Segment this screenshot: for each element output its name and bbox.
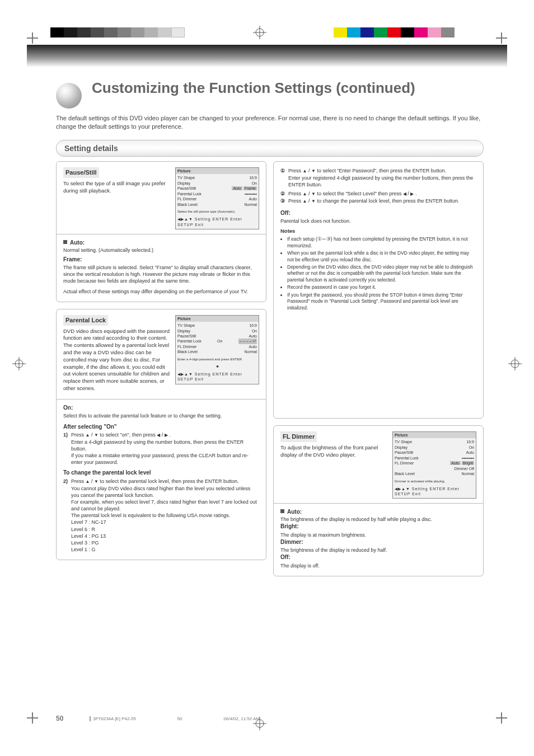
setting-name: Auto: (287, 509, 302, 515)
osd-row-label: Pause/Still (395, 450, 413, 455)
osd-row-label: Black Level (177, 202, 198, 207)
osd-row-value: ••••••••• (462, 456, 474, 461)
osd-help: Enter a 4-digit password and press ENTER… (176, 356, 259, 363)
registration-mark-icon (508, 357, 522, 370)
osd-row-value: 16:9 (249, 175, 257, 180)
level-label: Level 3 : (71, 540, 90, 546)
osd-row-label: Black Level (177, 349, 198, 354)
osd-row-option: Off (469, 467, 474, 471)
triangle-left-icon: ◀ (157, 433, 160, 438)
osd-row-option: Auto (450, 461, 460, 465)
note-item: If each setup (①∼③) has not been complet… (287, 236, 476, 249)
osd-row-value: Normal (461, 471, 474, 476)
osd-help: Dimmer is activated while playing. (393, 478, 476, 485)
setting-name: Off: (280, 209, 476, 217)
osd-row-option: – – – – ⏎ (238, 339, 257, 344)
osd-row-label: Parental Lock (177, 339, 202, 344)
panel-parental-lock-continued: ①Press ▲ / ▼ to select "Enter Password",… (273, 161, 484, 419)
sphere-bullet-icon (56, 83, 82, 109)
osd-row-value: ••••••••• (245, 191, 257, 196)
osd-row-label: Display (395, 445, 407, 450)
panel-pause-still: Pause/Still To select the type of a stil… (56, 161, 266, 302)
crop-mark-icon (490, 27, 507, 44)
osd-row-option: Frame (243, 186, 257, 190)
setting-desc: The display is off. (280, 562, 476, 569)
page-title: Customizing the Function Settings (conti… (92, 79, 415, 97)
osd-screenshot: Picture TV Shape16:9 DisplayOn Pause/Sti… (392, 431, 476, 499)
osd-row-label: Pause/Still (177, 186, 196, 191)
osd-row-value: Auto (249, 334, 257, 339)
osd-row-option: Auto (232, 186, 242, 190)
step-text: You cannot play DVD video discs rated hi… (63, 485, 259, 499)
square-bullet-icon (280, 509, 284, 513)
osd-row-value: On (252, 181, 257, 186)
osd-row-label: Display (177, 181, 190, 186)
option-title: FL Dimmer (280, 431, 317, 442)
osd-help: Select the still picture type (Automatic… (176, 208, 259, 215)
triangle-down-icon: ▼ (311, 191, 316, 196)
note-item: If you forget the password, you should p… (287, 292, 476, 311)
osd-row-option: Dimmer (454, 467, 468, 471)
level-value: G (92, 547, 96, 552)
setting-desc: Select this to activate the parental loc… (63, 412, 259, 419)
setting-name: Bright: (280, 523, 476, 530)
triangle-up-icon: ▲ (86, 433, 90, 438)
osd-screenshot: Picture TV Shape16:9 DisplayOn Pause/Sti… (175, 167, 259, 229)
setting-desc: The display is at maximum brightness. (280, 532, 476, 538)
osd-row-value: Auto (466, 450, 474, 455)
level-value: R (92, 527, 96, 532)
setting-desc: The brightness of the display is reduced… (280, 516, 476, 523)
osd-row-value: On (252, 328, 257, 334)
notes-heading: Notes (280, 228, 476, 235)
option-desc: To adjust the brightness of the front pa… (280, 444, 388, 459)
level-value: PG (92, 540, 99, 546)
page-subtitle: The default settings of this DVD video p… (56, 114, 484, 131)
section-banner: Setting details (56, 140, 484, 157)
level-label: Level 7 : (71, 519, 90, 525)
triangle-up-icon: ▲ (303, 199, 307, 204)
square-bullet-icon (63, 240, 67, 244)
osd-row-value: Normal (244, 349, 257, 354)
setting-name: Dimmer: (280, 538, 476, 546)
osd-row-label: TV Shape (395, 439, 412, 444)
osd-controls-hint: ◀▶▲▼ Setting ENTER Enter SETUP Exit (176, 215, 259, 229)
setting-desc: Parental lock does not function. (280, 218, 476, 224)
osd-row-value: Auto (249, 196, 257, 201)
osd-mask-icon: ✱ (176, 363, 259, 370)
osd-row-value: On (217, 339, 222, 344)
registration-mark-icon (12, 357, 26, 370)
osd-title: Picture (393, 432, 476, 438)
step-heading: To change the parental lock level (63, 469, 259, 477)
triangle-down-icon: ▼ (311, 168, 316, 173)
setting-name: Off: (280, 553, 476, 561)
osd-row-label: Parental Lock (177, 191, 202, 196)
footer: 3P70234A [E] P42-55 50 26/4/02, 11:52 AM (90, 716, 260, 721)
step-text: Enter your registered 4-digit password b… (280, 175, 476, 188)
level-label: Level 6 : (71, 527, 90, 532)
osd-row-option: Bright (462, 461, 474, 465)
osd-title: Picture (176, 316, 259, 322)
osd-row-label: Black Level (395, 471, 415, 476)
osd-row-label: Display (177, 328, 190, 334)
step-text: Enter a 4-digit password by using the nu… (63, 439, 259, 452)
setting-name: Auto: (70, 240, 85, 246)
triangle-up-icon: ▲ (303, 168, 307, 173)
setting-desc: The frame still picture is selected. Sel… (63, 264, 259, 284)
osd-row-value: 16:9 (466, 439, 474, 444)
osd-row-label: TV Shape (177, 175, 195, 180)
triangle-up-icon: ▲ (303, 191, 307, 196)
page-number: 50 (56, 715, 63, 722)
osd-row-value: Normal (244, 202, 257, 207)
step-heading: After selecting "On" (63, 423, 259, 431)
osd-row-label: FL Dimmer (177, 344, 196, 349)
step-text: For example, when you select level 7, di… (63, 499, 259, 512)
setting-desc: Normal setting. (Automatically selected.… (63, 247, 259, 253)
triangle-down-icon: ▼ (94, 479, 99, 484)
option-desc: To select the type of a still image you … (63, 180, 171, 195)
osd-row-value: 16:9 (249, 323, 257, 328)
crop-mark-icon (490, 712, 507, 729)
option-title: Parental Lock (63, 315, 108, 326)
level-label: Level 1 : (71, 547, 90, 552)
crop-mark-icon (27, 712, 44, 729)
setting-note: Actual effect of these settings may diff… (63, 288, 259, 295)
